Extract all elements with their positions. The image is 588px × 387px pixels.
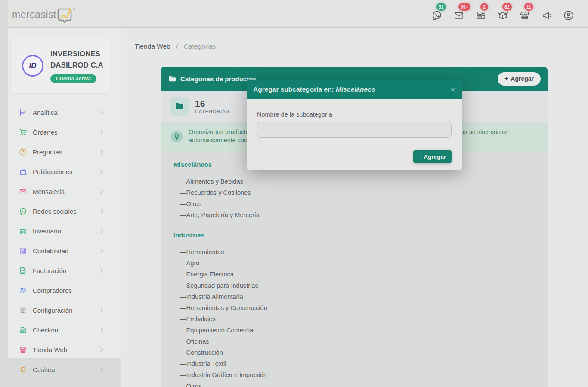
whatsapp-icon: [19, 207, 27, 215]
sidebar-item-label: Checkout: [33, 326, 60, 334]
notification-badge: 51: [436, 3, 446, 11]
sidebar-item-ordenes[interactable]: Órdenes: [8, 122, 121, 142]
sidebar-item-inventario[interactable]: Inventario: [8, 221, 121, 241]
sidebar-item-label: Mensajería: [33, 188, 65, 195]
categories-count: 16: [195, 98, 229, 109]
breadcrumb-current: Categorias: [184, 43, 216, 50]
modal-title-category: Misceláneos: [336, 86, 375, 93]
open-box-icon[interactable]: 82: [497, 8, 508, 19]
sidebar-item-facturacion[interactable]: Facturación: [8, 261, 121, 280]
category-section: Industrias —Herramientas —Agro —Energia …: [161, 221, 548, 387]
subcategory-item: —Herramientas: [161, 246, 548, 258]
sidebar-item-analitica[interactable]: Analítica: [8, 102, 121, 122]
sidebar-item-preguntas[interactable]: Preguntas: [8, 142, 121, 162]
sidebar: ID INVERSIONES DASILROD C.A Cuenta activ…: [8, 28, 121, 358]
subcategory-item: —Otros: [161, 381, 548, 387]
bag-icon: [19, 168, 27, 176]
chevron-right-icon: [99, 129, 104, 135]
notification-badge: 99+: [458, 3, 470, 11]
chevron-right-icon: [99, 327, 104, 332]
subcategory-item: —Recuerdos y Cotillones: [161, 187, 548, 198]
sidebar-item-label: Configuración: [33, 307, 73, 314]
plus-icon: +: [504, 75, 508, 83]
add-category-button[interactable]: + Agregar: [498, 72, 541, 86]
company-name-line1: INVERSIONES: [50, 49, 103, 60]
modal-title-prefix: Agregar subcategoría en:: [253, 86, 336, 93]
subcategory-item: —Alimentos y Bebidas: [161, 176, 548, 187]
sidebar-item-redes-sociales[interactable]: Redes sociales: [8, 201, 121, 221]
category-title: Industrias: [161, 229, 548, 243]
sidebar-item-publicaciones[interactable]: Publicaciones: [8, 162, 121, 181]
sidebar-item-contabilidad[interactable]: Contabilidad: [8, 241, 121, 261]
app-logo[interactable]: mercasist ®: [8, 4, 75, 24]
sidebar-item-label: Tienda Web: [33, 346, 67, 353]
sidebar-item-label: Inventario: [33, 227, 61, 235]
sidebar-item-tienda-web[interactable]: Tienda Web: [8, 340, 121, 359]
sidebar-item-label: Contabilidad: [33, 247, 68, 255]
envelope-icon: [19, 187, 27, 196]
subcategory-item: —Otros: [161, 198, 548, 209]
subcategory-item: —Industria Alimentaria: [161, 291, 548, 302]
chevron-right-icon: [99, 149, 104, 154]
add-subcategory-modal: Agregar subcategoría en: Misceláneos × N…: [247, 80, 462, 170]
question-circle-icon: [19, 148, 27, 156]
categories-count-label: CATEGORIAS: [195, 109, 229, 114]
sidebar-item-label: Compradores: [33, 287, 72, 294]
chevron-right-icon: [99, 268, 104, 273]
sidebar-item-checkout[interactable]: Checkout: [8, 320, 121, 340]
chevron-right-icon: [99, 189, 104, 194]
subcategory-item: —Energia Eléctrica: [161, 269, 548, 280]
sidebar-item-label: Redes sociales: [33, 208, 77, 215]
sidebar-item-label: Facturación: [33, 267, 66, 274]
letter-c-icon: C: [19, 366, 27, 374]
subcategory-item: —Equipamiento Comercial: [161, 325, 548, 336]
chevron-right-icon: [99, 307, 104, 313]
open-folder-icon: [168, 75, 176, 83]
garage-icon: [19, 227, 27, 235]
lightbulb-icon: [171, 131, 183, 142]
chevron-right-icon: [99, 367, 104, 372]
modal-submit-button[interactable]: +Agregar: [413, 150, 452, 163]
notification-badge: 11: [524, 3, 533, 11]
close-icon[interactable]: ×: [451, 86, 455, 93]
chevron-right-icon: [99, 347, 104, 352]
gear-icon: [19, 306, 27, 314]
logo-mark-icon: [57, 7, 73, 24]
breadcrumb-section[interactable]: Tienda Web: [135, 43, 170, 50]
breadcrumb-separator: /: [176, 43, 178, 50]
subcategory-item: —Oficinas: [161, 336, 548, 347]
sidebar-item-compradores[interactable]: Compradores: [8, 280, 121, 300]
whatsapp-icon[interactable]: 51: [431, 8, 443, 19]
subcategory-item: —Agro: [161, 258, 548, 269]
cart-icon: [19, 128, 27, 136]
subcategory-item: —Construcción: [161, 347, 548, 358]
cash-register-icon[interactable]: 2: [475, 8, 486, 19]
subcategory-item: —Herramientas y Construcción: [161, 302, 548, 313]
modal-submit-label: Agregar: [424, 154, 446, 160]
megaphone-icon[interactable]: [541, 8, 552, 19]
storefront-icon[interactable]: 11: [519, 8, 530, 19]
subcategory-name-input[interactable]: [257, 122, 452, 138]
sidebar-item-label: Órdenes: [33, 129, 58, 136]
subcategory-item: —Industria Textil: [161, 358, 548, 369]
header-icon-row: 51 99+ 2 82: [431, 8, 588, 19]
chevron-right-icon: [99, 110, 104, 115]
modal-body: Nombre de la subcategoría +Agregar: [247, 99, 462, 170]
chevron-right-icon: [99, 209, 104, 214]
subcategory-name-label: Nombre de la subcategoría: [257, 111, 452, 118]
mail-icon[interactable]: 99+: [453, 8, 464, 19]
chevron-right-icon: [99, 248, 104, 253]
sidebar-item-mensajeria[interactable]: Mensajería: [8, 181, 121, 201]
company-account-card[interactable]: ID INVERSIONES DASILROD C.A Cuenta activ…: [10, 38, 110, 94]
company-avatar: ID: [22, 55, 43, 77]
subcategory-item: —Seguridad para Industrias: [161, 280, 548, 291]
user-profile-icon[interactable]: [563, 8, 574, 19]
chevron-right-icon: [99, 228, 104, 233]
categories-stat: 16 CATEGORIAS: [170, 97, 229, 116]
subcategory-item: —Arte, Papelería y Mercería: [161, 209, 548, 221]
subcategory-item: —Industria Gráfica e Impresión: [161, 369, 548, 381]
sidebar-item-configuracion[interactable]: Configuración: [8, 300, 121, 320]
notification-badge: 82: [502, 3, 512, 11]
sidebar-menu: Analítica Órdenes Preguntas Publicacione…: [8, 102, 121, 379]
sidebar-item-cashea[interactable]: C Cashea: [8, 359, 121, 379]
